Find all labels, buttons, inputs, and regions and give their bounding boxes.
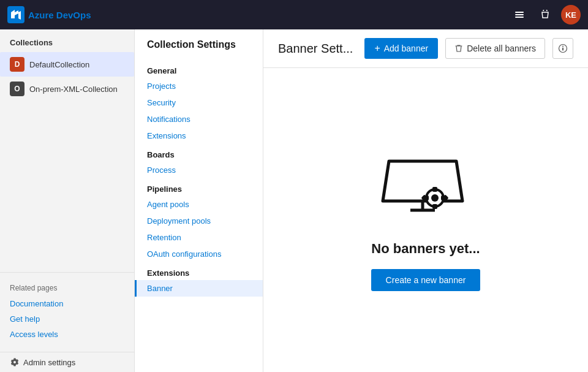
brand-label: Azure DevOps: [28, 10, 91, 20]
trash-icon: [454, 44, 463, 53]
svg-rect-5: [562, 48, 564, 51]
collections-sidebar: Collections D DefaultCollection O On-pre…: [0, 29, 135, 372]
user-avatar[interactable]: KE: [561, 5, 581, 25]
nav-item-process[interactable]: Process: [135, 162, 263, 178]
svg-rect-11: [432, 187, 437, 192]
banner-content-area: Banner Sett... + Add banner Delete all b…: [263, 29, 588, 372]
logo[interactable]: Azure DevOps: [7, 6, 91, 23]
admin-settings-item[interactable]: Admin settings: [0, 352, 134, 372]
main-content: Collections D DefaultCollection O On-pre…: [0, 29, 588, 372]
collection-avatar-default: D: [10, 57, 24, 72]
collections-label: Collections: [0, 29, 134, 52]
azure-devops-logo-icon: [7, 6, 24, 23]
admin-settings-label: Admin settings: [23, 358, 75, 367]
add-banner-button[interactable]: + Add banner: [364, 38, 438, 59]
collection-name-onprem: On-prem-XML-Collection: [29, 85, 118, 94]
section-header-boards: Boards: [135, 144, 263, 162]
svg-point-10: [431, 194, 439, 202]
settings-sidebar: Collection Settings General Projects Sec…: [135, 29, 263, 372]
info-button[interactable]: [552, 38, 573, 59]
topbar-actions: KE: [510, 5, 581, 25]
list-icon: [514, 10, 524, 20]
create-new-banner-button[interactable]: Create a new banner: [371, 269, 481, 291]
menu-icon-btn[interactable]: [510, 5, 529, 25]
section-header-general: General: [135, 60, 263, 78]
plus-icon: +: [374, 43, 380, 54]
shopping-bag-icon: [540, 10, 550, 20]
settings-title: Collection Settings: [135, 39, 263, 60]
section-header-extensions: Extensions: [135, 262, 263, 280]
collections-list: D DefaultCollection O On-prem-XML-Collec…: [0, 52, 134, 101]
nav-item-banner[interactable]: Banner: [135, 280, 263, 297]
gear-icon: [10, 357, 20, 367]
nav-item-retention[interactable]: Retention: [135, 229, 263, 246]
collection-item-onprem[interactable]: O On-prem-XML-Collection: [0, 77, 134, 101]
content-header: Banner Sett... + Add banner Delete all b…: [263, 29, 588, 68]
collection-avatar-onprem: O: [10, 82, 24, 96]
empty-state: No banners yet... Create a new banner: [263, 68, 588, 372]
access-levels-link[interactable]: Access levels: [0, 327, 134, 342]
svg-point-6: [562, 46, 564, 47]
page-title: Banner Sett...: [278, 42, 357, 56]
svg-rect-2: [515, 14, 524, 15]
nav-item-agent-pools[interactable]: Agent pools: [135, 196, 263, 213]
get-help-link[interactable]: Get help: [0, 311, 134, 327]
svg-rect-12: [432, 204, 437, 209]
nav-item-deployment-pools[interactable]: Deployment pools: [135, 213, 263, 229]
empty-illustration: [377, 149, 475, 229]
nav-item-extensions-general[interactable]: Extensions: [135, 127, 263, 144]
delete-all-banners-button[interactable]: Delete all banners: [445, 38, 545, 59]
sidebar-bottom: Related pages Documentation Get help Acc…: [0, 272, 134, 349]
svg-rect-1: [515, 12, 524, 13]
nav-item-security[interactable]: Security: [135, 94, 263, 111]
section-header-pipelines: Pipelines: [135, 178, 263, 196]
nav-item-oauth[interactable]: OAuth configurations: [135, 246, 263, 262]
documentation-link[interactable]: Documentation: [0, 296, 134, 311]
info-icon: [558, 44, 568, 53]
collection-item-default[interactable]: D DefaultCollection: [0, 52, 134, 77]
nav-item-projects[interactable]: Projects: [135, 78, 263, 94]
basket-icon-btn[interactable]: [535, 5, 555, 25]
svg-rect-3: [515, 17, 524, 18]
no-banners-heading: No banners yet...: [371, 241, 480, 257]
collection-name-default: DefaultCollection: [29, 60, 89, 69]
nav-item-notifications[interactable]: Notifications: [135, 111, 263, 127]
topbar: Azure DevOps KE: [0, 0, 588, 29]
related-pages-label: Related pages: [0, 280, 134, 296]
no-banners-illustration: [377, 149, 475, 229]
